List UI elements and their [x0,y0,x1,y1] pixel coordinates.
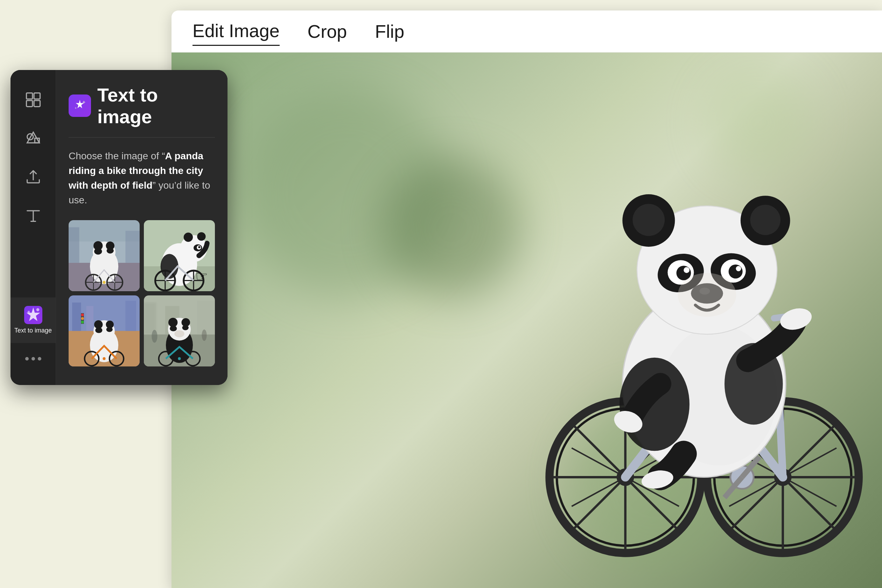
toolbar: Edit Image Crop Flip [171,10,882,52]
svg-point-43 [684,267,690,273]
svg-rect-111 [197,301,215,334]
svg-point-47 [678,273,736,317]
shapes-icon [24,129,42,147]
sidebar-item-shapes[interactable] [10,119,56,158]
svg-point-107 [102,357,105,360]
sidebar-item-layout[interactable] [10,81,56,119]
more-dots [25,357,41,360]
svg-point-78 [184,233,193,242]
svg-rect-50 [26,100,32,106]
svg-point-35 [633,204,665,236]
svg-point-66 [107,248,114,254]
tti-sidebar-label: Text to image [14,327,52,334]
icon-rail: Text to image [10,70,56,385]
tti-thumb-2 [144,220,215,291]
tti-image-1[interactable] [69,220,140,291]
svg-rect-48 [26,93,32,99]
svg-rect-93 [125,301,136,331]
tti-description: Choose the image of “A panda riding a bi… [69,149,215,207]
svg-point-114 [202,329,207,340]
svg-point-119 [170,326,177,331]
svg-point-42 [729,265,743,279]
sidebar-item-upload[interactable] [10,158,56,196]
tab-crop[interactable]: Crop [308,18,347,45]
svg-point-82 [198,246,200,248]
svg-point-121 [174,330,184,337]
tti-image-2[interactable]: ☞ [144,220,215,291]
text-icon [24,206,42,224]
tti-panel: Text to image Choose the image of “A pan… [56,70,228,385]
svg-rect-60 [125,231,140,262]
svg-point-113 [152,330,157,343]
tti-thumb-3 [69,296,140,366]
svg-point-120 [182,325,189,330]
tti-image-3[interactable] [69,296,140,366]
upload-icon [24,168,42,186]
sidebar-item-more[interactable] [10,343,56,375]
svg-point-96 [81,314,84,316]
tti-header: Text to image [69,84,215,128]
svg-point-98 [81,321,84,323]
svg-rect-59 [69,227,79,263]
tti-panel-title: Text to image [97,84,215,128]
sidebar-item-text[interactable] [10,196,56,234]
svg-point-55 [27,311,30,313]
tab-flip[interactable]: Flip [375,18,404,45]
tab-edit-image[interactable]: Edit Image [192,17,280,46]
tti-panel-icon [69,94,91,117]
tti-image-grid: ☞ [69,220,215,366]
svg-point-65 [94,248,102,255]
panda-image-area [171,52,882,588]
tti-divider [69,137,215,138]
main-image-panel: Edit Image Crop Flip [171,10,882,588]
svg-rect-94 [87,306,93,331]
layout-icon [24,91,42,109]
svg-point-36 [750,205,780,235]
svg-point-54 [36,308,39,312]
svg-rect-51 [34,100,40,106]
sparkle-icon [24,306,42,324]
tti-sparkle-icon [73,99,87,113]
tti-thumb-1 [69,220,140,291]
sidebar-panel: Text to image Text to image [10,70,228,385]
svg-point-73 [102,281,105,284]
panda-illustration [514,133,864,588]
svg-rect-110 [144,302,156,334]
tti-thumb-4 [144,296,215,366]
svg-point-124 [178,357,181,360]
svg-rect-92 [72,302,81,331]
svg-rect-49 [34,93,40,99]
sidebar-item-tti[interactable]: Text to image [10,297,56,343]
svg-point-104 [106,327,113,332]
svg-point-97 [81,317,84,320]
svg-point-44 [736,266,741,271]
svg-point-79 [197,232,206,241]
svg-point-103 [95,327,102,333]
tti-image-4[interactable] [144,296,215,366]
